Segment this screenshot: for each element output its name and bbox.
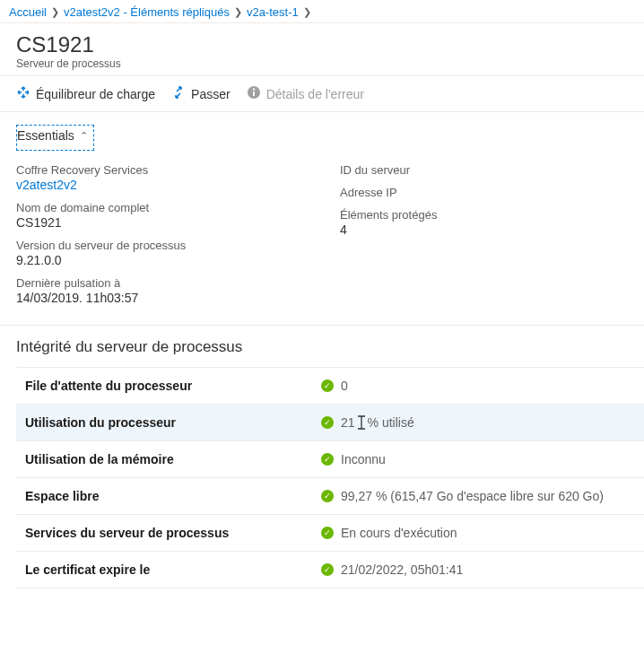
page-title: CS1921 — [16, 32, 628, 57]
status-ok-icon: ✓ — [321, 416, 334, 429]
toolbar: Équilibreur de charge Passer Détails de … — [0, 76, 644, 112]
prop-value-fqdn: CS1921 — [16, 215, 304, 230]
health-table: File d'attente du processeur ✓ 0 Utilisa… — [16, 367, 644, 588]
health-label: Espace libre — [25, 489, 321, 503]
health-row-cert[interactable]: Le certificat expire le ✓ 21/02/2022, 05… — [16, 551, 644, 588]
health-value: 99,27 % (615,47 Go d'espace libre sur 62… — [341, 489, 604, 503]
switch-icon — [171, 85, 186, 102]
prop-label: Dernière pulsation à — [16, 276, 304, 290]
essentials-label: Essentials — [17, 128, 74, 143]
chevron-right-icon: ❯ — [51, 6, 59, 18]
status-ok-icon: ✓ — [321, 563, 334, 576]
chevron-right-icon: ❯ — [303, 6, 311, 18]
text-cursor-icon — [355, 415, 368, 430]
health-label: Le certificat expire le — [25, 562, 321, 577]
health-label: File d'attente du processeur — [25, 379, 321, 393]
svg-point-2 — [252, 88, 254, 90]
health-label: Utilisation du processeur — [25, 415, 321, 430]
switch-label: Passer — [191, 87, 231, 101]
prop-label: ID du serveur — [340, 163, 628, 177]
load-balancer-icon — [16, 85, 30, 102]
health-row-free-space[interactable]: Espace libre ✓ 99,27 % (615,47 Go d'espa… — [16, 477, 644, 514]
health-label: Services du serveur de processus — [25, 526, 321, 540]
chevron-up-icon: ⌃ — [80, 130, 88, 142]
status-ok-icon: ✓ — [321, 453, 334, 466]
health-section: Intégrité du serveur de processus File d… — [0, 326, 644, 588]
essentials-panel: Essentials ⌃ Coffre Recovery Services v2… — [0, 112, 644, 326]
load-balancer-label: Équilibreur de charge — [36, 87, 155, 101]
prop-value-heartbeat: 14/03/2019. 11h03:57 — [16, 291, 304, 305]
status-ok-icon: ✓ — [321, 490, 334, 502]
health-row-queue[interactable]: File d'attente du processeur ✓ 0 — [16, 367, 644, 404]
essentials-left-col: Coffre Recovery Services v2atest2v2 Nom … — [16, 163, 304, 314]
breadcrumb: Accueil ❯ v2atest2v2 - Éléments répliqué… — [0, 0, 644, 23]
health-value: 0 — [341, 379, 348, 393]
chevron-right-icon: ❯ — [234, 6, 242, 18]
health-row-cpu[interactable]: Utilisation du processeur ✓ 21% utilisé — [16, 404, 644, 440]
prop-label: Version du serveur de processus — [16, 239, 304, 252]
prop-label: Adresse IP — [340, 186, 628, 199]
prop-value-vault-link[interactable]: v2atest2v2 — [16, 178, 304, 192]
health-value: 21% utilisé — [341, 415, 414, 430]
breadcrumb-link-test[interactable]: v2a-test-1 — [247, 5, 299, 19]
health-label: Utilisation de la mémoire — [25, 452, 321, 466]
prop-value-version: 9.21.0.0 — [16, 253, 304, 267]
svg-rect-1 — [253, 92, 255, 96]
load-balancer-button[interactable]: Équilibreur de charge — [16, 85, 155, 102]
essentials-right-col: ID du serveur Adresse IP Éléments protég… — [340, 163, 628, 314]
prop-label: Nom de domaine complet — [16, 201, 304, 214]
page-subtitle: Serveur de processus — [16, 57, 628, 70]
health-value: Inconnu — [341, 452, 386, 466]
breadcrumb-link-home[interactable]: Accueil — [9, 5, 47, 19]
status-ok-icon: ✓ — [321, 527, 334, 539]
page-header: CS1921 Serveur de processus — [0, 23, 644, 76]
health-value: 21/02/2022, 05h01:41 — [341, 562, 463, 577]
essentials-toggle[interactable]: Essentials ⌃ — [16, 125, 94, 151]
breadcrumb-link-vault[interactable]: v2atest2v2 - Éléments répliqués — [64, 5, 230, 19]
status-ok-icon: ✓ — [321, 379, 334, 392]
health-title: Intégrité du serveur de processus — [16, 338, 644, 356]
prop-value-protected: 4 — [340, 222, 628, 237]
health-value: En cours d'exécution — [341, 526, 457, 540]
switch-button[interactable]: Passer — [171, 85, 231, 102]
health-row-memory[interactable]: Utilisation de la mémoire ✓ Inconnu — [16, 440, 644, 477]
prop-label: Éléments protégés — [340, 208, 628, 222]
error-details-button: Détails de l'erreur — [247, 85, 364, 102]
health-row-services[interactable]: Services du serveur de processus ✓ En co… — [16, 514, 644, 551]
error-details-label: Détails de l'erreur — [266, 87, 364, 101]
info-icon — [247, 85, 261, 102]
prop-label: Coffre Recovery Services — [16, 163, 304, 177]
